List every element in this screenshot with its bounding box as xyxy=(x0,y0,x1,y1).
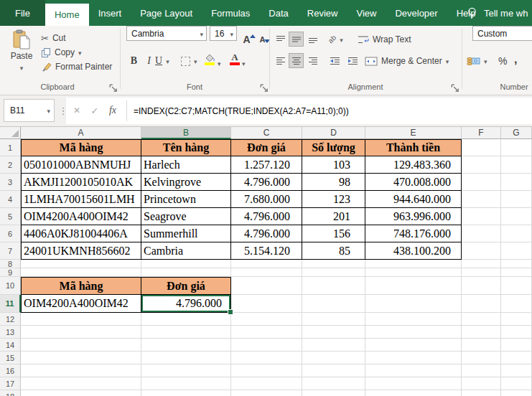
row-header-12[interactable]: 12 xyxy=(0,313,21,326)
paste-dropdown-arrow[interactable] xyxy=(20,62,24,72)
cell-E6[interactable]: 748.176.000 xyxy=(365,225,462,242)
cell-B11[interactable]: 4.796.000 xyxy=(141,295,231,313)
cell-D7[interactable]: 85 xyxy=(302,242,365,260)
comma-style-button[interactable]: , xyxy=(514,52,517,67)
formula-bar-drag-handle[interactable] xyxy=(56,102,70,119)
cell-C12[interactable] xyxy=(231,313,302,326)
column-header-E[interactable]: E xyxy=(365,127,462,139)
cell-C6[interactable]: 4.796.000 xyxy=(231,225,302,242)
formula-input[interactable]: =INDEX(C2:C7;MATCH(TRUE;INDEX(A2:A7=A11;… xyxy=(134,98,349,124)
align-left-button[interactable] xyxy=(273,53,288,68)
borders-dropdown-arrow[interactable] xyxy=(194,56,197,66)
cell-D15[interactable] xyxy=(302,352,365,364)
cell-E15[interactable] xyxy=(365,352,462,364)
cell-A1[interactable]: Mã hàng xyxy=(21,139,141,156)
accounting-format-button[interactable] xyxy=(467,53,487,68)
row-header-4[interactable]: 4 xyxy=(0,191,21,208)
cell-G12[interactable] xyxy=(501,313,532,326)
tab-file[interactable]: File xyxy=(0,0,45,26)
cell-D14[interactable] xyxy=(302,339,365,352)
cell-C16[interactable] xyxy=(231,364,302,377)
cell-C3[interactable]: 4.796.000 xyxy=(231,174,302,191)
font-name-combobox[interactable]: Cambria xyxy=(126,26,207,41)
cell-B13[interactable] xyxy=(141,326,231,339)
cell-B4[interactable]: Princetown xyxy=(141,191,231,208)
cell-E5[interactable]: 963.996.000 xyxy=(365,208,462,225)
row-header-1[interactable]: 1 xyxy=(0,139,21,156)
tab-view[interactable]: View xyxy=(347,0,386,26)
cell-F5[interactable] xyxy=(462,208,501,225)
cell-G16[interactable] xyxy=(501,364,532,377)
select-all-corner[interactable] xyxy=(0,127,21,139)
row-header-6[interactable]: 6 xyxy=(0,225,21,242)
row-header-14[interactable]: 14 xyxy=(0,339,21,352)
cell-D17[interactable] xyxy=(302,377,365,390)
italic-button[interactable]: I xyxy=(141,53,157,68)
cell-E11[interactable] xyxy=(365,295,462,313)
cell-B5[interactable]: Seagrove xyxy=(141,208,231,225)
column-header-G[interactable]: G xyxy=(501,127,532,139)
cell-E1[interactable]: Thành tiền xyxy=(365,139,462,156)
align-center-button[interactable] xyxy=(289,53,304,68)
tab-developer[interactable]: Developer xyxy=(386,0,447,26)
bottom-align-button[interactable] xyxy=(305,32,320,47)
cell-F18[interactable] xyxy=(462,390,501,396)
cell-G14[interactable] xyxy=(501,339,532,352)
cell-D18[interactable] xyxy=(302,390,365,396)
cell-G10[interactable] xyxy=(501,277,532,295)
format-painter-button[interactable]: Format Painter xyxy=(41,60,112,73)
cell-E13[interactable] xyxy=(365,326,462,339)
cell-E16[interactable] xyxy=(365,364,462,377)
cut-button[interactable]: Cut xyxy=(41,32,66,44)
underline-dropdown-arrow[interactable] xyxy=(166,56,169,66)
cell-B9[interactable] xyxy=(141,268,231,277)
cell-B14[interactable] xyxy=(141,339,231,352)
tab-formulas[interactable]: Formulas xyxy=(202,0,259,26)
cell-A11[interactable]: OIM4200A400OIM42 xyxy=(21,295,141,313)
row-header-7[interactable]: 7 xyxy=(0,242,21,260)
cell-B18[interactable] xyxy=(141,390,231,396)
cell-E3[interactable]: 470.008.000 xyxy=(365,174,462,191)
cell-C1[interactable]: Đơn giá xyxy=(231,139,302,156)
tab-review[interactable]: Review xyxy=(298,0,347,26)
bold-button[interactable]: B xyxy=(126,53,141,68)
cell-C11[interactable] xyxy=(231,295,302,313)
cell-A8[interactable] xyxy=(21,260,141,268)
cell-A15[interactable] xyxy=(21,352,141,364)
cell-D5[interactable]: 201 xyxy=(302,208,365,225)
clipboard-dialog-launcher-icon[interactable] xyxy=(109,84,118,93)
cell-C13[interactable] xyxy=(231,326,302,339)
cell-C14[interactable] xyxy=(231,339,302,352)
cell-B16[interactable] xyxy=(141,364,231,377)
cell-B2[interactable]: Harlech xyxy=(141,156,231,174)
cell-A17[interactable] xyxy=(21,377,141,390)
row-header-16[interactable]: 16 xyxy=(0,364,21,377)
column-header-B[interactable]: B xyxy=(141,127,231,139)
name-box-dropdown-arrow[interactable] xyxy=(47,105,50,116)
copy-dropdown-arrow[interactable] xyxy=(78,47,82,57)
font-color-button[interactable]: A xyxy=(230,53,240,69)
cell-F11[interactable] xyxy=(462,295,501,313)
cell-E9[interactable] xyxy=(365,268,462,277)
cell-D8[interactable] xyxy=(302,260,365,268)
enter-icon[interactable] xyxy=(88,102,102,119)
cell-D13[interactable] xyxy=(302,326,365,339)
cell-B15[interactable] xyxy=(141,352,231,364)
orientation-dropdown-arrow[interactable] xyxy=(340,34,343,44)
number-format-combobox[interactable]: Custom xyxy=(472,26,532,41)
cell-B3[interactable]: Kelvingrove xyxy=(141,174,231,191)
cell-C7[interactable]: 5.154.120 xyxy=(231,242,302,260)
borders-button[interactable] xyxy=(181,55,197,67)
column-header-C[interactable]: C xyxy=(231,127,302,139)
row-header-17[interactable]: 17 xyxy=(0,377,21,390)
tab-page-layout[interactable]: Page Layout xyxy=(131,0,202,26)
cell-A3[interactable]: AKMJI1200105010AK xyxy=(21,174,141,191)
cell-D12[interactable] xyxy=(302,313,365,326)
row-header-2[interactable]: 2 xyxy=(0,156,21,174)
row-header-10[interactable]: 10 xyxy=(0,277,21,295)
cancel-icon[interactable] xyxy=(70,102,84,119)
cell-A14[interactable] xyxy=(21,339,141,352)
top-align-button[interactable] xyxy=(273,32,288,47)
cell-D9[interactable] xyxy=(302,268,365,277)
fill-color-button[interactable] xyxy=(204,53,215,69)
